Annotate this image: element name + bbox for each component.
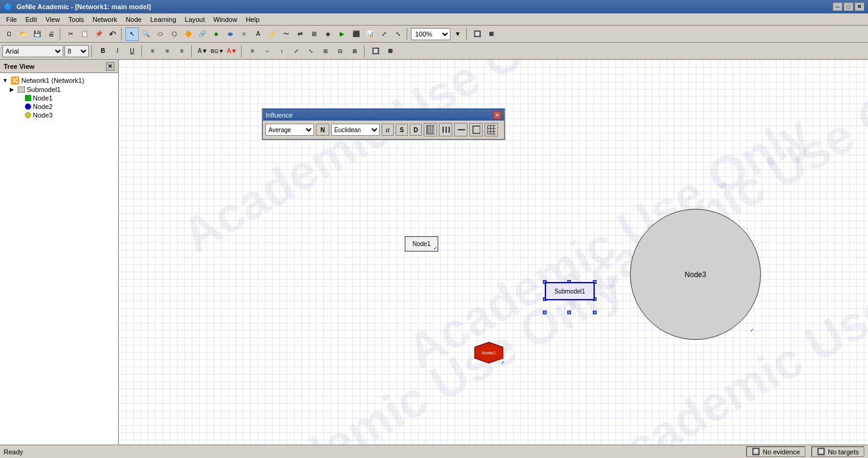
sidebar-close-button[interactable]: ✕ — [106, 62, 114, 71]
rect-button[interactable]: ⬡ — [167, 27, 181, 41]
lightning-button[interactable]: ⚡ — [265, 27, 279, 41]
ellipse-button[interactable]: ⬭ — [153, 27, 167, 41]
align-left-button[interactable]: ≡ — [146, 44, 159, 58]
distance-select[interactable]: Euclidean Manhattan — [331, 124, 380, 136]
fill-color-button[interactable]: A▼ — [196, 44, 209, 58]
cut-button[interactable]: ✂ — [64, 27, 77, 41]
menu-learning[interactable]: Learning — [147, 15, 180, 24]
menu-tools[interactable]: Tools — [65, 15, 88, 24]
wave-button[interactable]: 〜 — [279, 27, 293, 41]
node-size2-button[interactable]: ↕ — [275, 44, 289, 58]
zoom-dropdown-btn[interactable]: ▼ — [451, 27, 464, 41]
bg-color-button[interactable]: BG▼ — [211, 44, 224, 58]
tree-item-node3[interactable]: Node3 — [17, 111, 116, 119]
font-size-select[interactable]: 8 10 12 — [65, 45, 89, 57]
zoom-select[interactable]: 100% 75% 50% 150% — [411, 28, 450, 40]
close-button[interactable]: ✕ — [855, 2, 864, 11]
text-button[interactable]: A — [251, 27, 265, 41]
text-color-button[interactable]: A▼ — [225, 44, 239, 58]
run-button[interactable]: ▶ — [335, 27, 349, 41]
svg-rect-9 — [488, 125, 495, 134]
open-button[interactable]: 📂 — [16, 27, 30, 41]
align-center-button[interactable]: ≡ — [161, 44, 174, 58]
node1[interactable]: Node1 ✓ — [405, 236, 438, 252]
node-format1-button[interactable]: ⊟ — [334, 44, 347, 58]
grid-align-button[interactable]: ⊞ — [319, 44, 332, 58]
node1-check: ✓ — [433, 245, 438, 251]
d-button[interactable]: D — [410, 124, 422, 136]
save-button[interactable]: 💾 — [30, 27, 44, 41]
handle-br[interactable] — [593, 311, 597, 314]
bold-button[interactable]: B — [96, 44, 110, 58]
display-dash-button[interactable] — [454, 123, 467, 136]
n-button[interactable]: N — [316, 124, 329, 136]
menu-network[interactable]: Network — [89, 15, 121, 24]
method-select[interactable]: Average Minimum Maximum — [265, 124, 314, 136]
chart-button[interactable]: 📊 — [363, 27, 377, 41]
layer2-btn[interactable]: 🔳 — [383, 44, 397, 58]
border-style-button[interactable]: ≡ — [246, 44, 259, 58]
menu-file[interactable]: File — [2, 15, 21, 24]
underline-button[interactable]: U — [125, 44, 139, 58]
node2[interactable]: Node2 ✓ — [474, 341, 504, 364]
new-button[interactable]: 🗋 — [2, 27, 16, 41]
display-grid-button[interactable] — [485, 123, 498, 136]
status-right: 🔲 No evidence 🔲 No targets — [746, 446, 864, 457]
maximize-button[interactable]: □ — [844, 2, 853, 11]
sidebar-header: Tree View ✕ — [0, 60, 118, 73]
submodel1[interactable]: Submodel1 — [545, 282, 595, 300]
display-outline-button[interactable] — [469, 123, 483, 136]
s-button[interactable]: S — [396, 124, 408, 136]
menu-edit[interactable]: Edit — [22, 15, 41, 24]
align-right-button[interactable]: ≡ — [175, 44, 189, 58]
node-size3-button[interactable]: ⤢ — [290, 44, 303, 58]
print-button[interactable]: 🖨 — [44, 27, 58, 41]
handle-bl[interactable] — [543, 311, 547, 314]
menu-help[interactable]: Help — [242, 15, 264, 24]
minimize-button[interactable]: ─ — [833, 2, 842, 11]
display-lines-button[interactable] — [439, 123, 452, 136]
font-select[interactable]: Arial — [2, 45, 63, 57]
blue-ellipse-button[interactable]: ⬬ — [223, 27, 237, 41]
move-button[interactable]: ⇄ — [293, 27, 307, 41]
menu-layout[interactable]: Layout — [181, 15, 209, 24]
green-rect-button[interactable]: ■ — [209, 27, 223, 41]
node-format2-button[interactable]: ⊠ — [348, 44, 362, 58]
undo-button[interactable]: ↶ — [106, 27, 119, 41]
paste-button[interactable]: 📌 — [92, 27, 105, 41]
tree-root[interactable]: ▼ 🔀 Network1 (Network1) — [2, 76, 116, 85]
menu-view[interactable]: View — [42, 15, 64, 24]
tree-item-node1[interactable]: Node1 — [17, 94, 116, 102]
node3[interactable]: Node3 ✓ — [630, 209, 761, 340]
tree-item-node2[interactable]: Node2 — [17, 102, 116, 111]
node-dist-button[interactable]: ⤡ — [304, 44, 318, 58]
fit2-button[interactable]: ⤡ — [391, 27, 405, 41]
layer-btn[interactable]: 🔲 — [369, 44, 382, 58]
node-tool[interactable]: ◈ — [321, 27, 335, 41]
canvas-area[interactable]: Academic Use Only Academic Use Only Acad… — [119, 60, 868, 445]
no-evidence-label: No evidence — [763, 448, 800, 456]
copy-button[interactable]: 📋 — [78, 27, 91, 41]
rect2-button[interactable]: 🔶 — [181, 27, 195, 41]
stop-button[interactable]: ⬛ — [349, 27, 363, 41]
search-button[interactable]: 🔍 — [139, 27, 153, 41]
tree-root-label: Network1 (Network1) — [21, 77, 84, 84]
title-bar: 🔷 GeNIe Academic - [Network1: main model… — [0, 0, 868, 13]
menu-window[interactable]: Window — [210, 15, 241, 24]
dialog-close-button[interactable]: ✕ — [493, 111, 502, 119]
table-button[interactable]: ⊞ — [307, 27, 321, 41]
display-filled-button[interactable] — [424, 123, 437, 136]
tree-item-submodel1[interactable]: ▶ Submodel1 — [10, 85, 116, 94]
submodel2-btn[interactable]: 🔳 — [485, 27, 498, 41]
italic-button[interactable]: I — [111, 44, 124, 58]
select-button[interactable]: ↖ — [125, 27, 139, 41]
title-bar-left: 🔷 GeNIe Academic - [Network1: main model… — [4, 2, 151, 11]
alpha-button[interactable]: α — [382, 124, 394, 136]
fit-button[interactable]: ⤢ — [377, 27, 391, 41]
link-button[interactable]: 🔗 — [195, 27, 209, 41]
submodel-btn[interactable]: 🔲 — [471, 27, 484, 41]
menu-node[interactable]: Node — [122, 15, 145, 24]
tool1-button[interactable]: ⌗ — [237, 27, 251, 41]
handle-bm[interactable] — [567, 311, 571, 314]
node-size1-button[interactable]: ↔ — [261, 44, 274, 58]
